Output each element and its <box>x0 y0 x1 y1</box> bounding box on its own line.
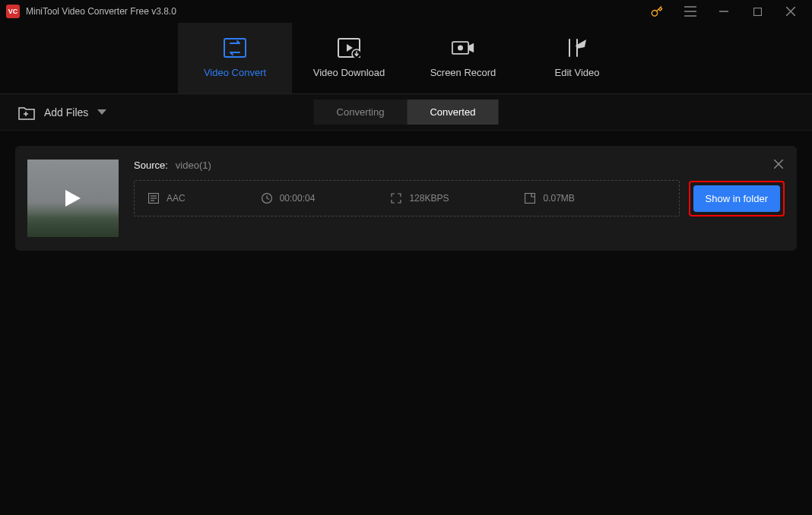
title-bar-left: VC MiniTool Video Converter Free v3.8.0 <box>6 5 176 18</box>
add-file-icon <box>18 105 35 120</box>
app-title: MiniTool Video Converter Free v3.8.0 <box>26 6 176 17</box>
show-in-folder-button[interactable]: Show in folder <box>693 185 780 212</box>
bitrate-value: 128KBPS <box>409 193 449 204</box>
clock-icon <box>262 193 272 204</box>
duration-value: 00:00:04 <box>280 193 316 204</box>
app-logo: VC <box>6 5 20 18</box>
tab-video-download[interactable]: Video Download <box>292 23 406 93</box>
svg-point-12 <box>458 45 463 50</box>
video-thumbnail[interactable] <box>27 160 119 237</box>
source-value: video(1) <box>176 160 211 171</box>
menu-icon[interactable] <box>675 1 706 22</box>
source-label: Source: <box>134 160 168 171</box>
svg-marker-15 <box>97 109 106 115</box>
maximize-button[interactable] <box>742 1 772 22</box>
tab-label: Screen Record <box>430 67 496 78</box>
tab-label: Video Convert <box>204 67 266 78</box>
status-segmented: Converting Converted <box>314 100 499 125</box>
tab-label: Video Download <box>313 67 385 78</box>
minimize-button[interactable] <box>709 1 739 22</box>
tab-screen-record[interactable]: Screen Record <box>406 23 520 93</box>
tab-video-convert[interactable]: Video Convert <box>178 23 292 93</box>
source-row: Source: video(1) <box>134 160 785 171</box>
info-box: AAC 00:00:04 128KBPS 0.07MB <box>134 180 680 216</box>
add-files-label: Add Files <box>44 106 88 118</box>
card-body: Source: video(1) AAC 00:00:04 128KBPS <box>134 160 785 237</box>
format-value: AAC <box>167 193 186 204</box>
tab-label: Edit Video <box>554 67 599 78</box>
info-size: 0.07MB <box>525 193 574 204</box>
title-bar: VC MiniTool Video Converter Free v3.8.0 <box>0 0 812 23</box>
screen-record-icon <box>452 38 474 58</box>
chevron-down-icon <box>97 109 106 115</box>
remove-item-button[interactable] <box>771 156 786 172</box>
info-format: AAC <box>148 193 186 204</box>
close-icon <box>774 160 783 169</box>
converted-item-card: Source: video(1) AAC 00:00:04 128KBPS <box>15 146 797 251</box>
svg-marker-16 <box>65 190 81 207</box>
show-in-folder-highlight: Show in folder <box>689 181 785 216</box>
size-value: 0.07MB <box>543 193 574 204</box>
segment-converting[interactable]: Converting <box>314 100 408 125</box>
info-bitrate: 128KBPS <box>391 193 449 204</box>
resolution-icon <box>391 193 401 204</box>
add-files-button[interactable]: Add Files <box>18 105 106 120</box>
tab-edit-video[interactable]: Edit Video <box>520 23 634 93</box>
video-download-icon <box>338 38 360 58</box>
play-icon <box>65 190 81 207</box>
edit-video-icon <box>566 38 588 58</box>
svg-rect-4 <box>753 8 761 15</box>
svg-marker-9 <box>347 44 353 52</box>
info-row: AAC 00:00:04 128KBPS 0.07MB <box>134 180 785 216</box>
close-button[interactable] <box>776 1 806 22</box>
title-bar-right <box>642 1 806 22</box>
info-duration: 00:00:04 <box>262 193 316 204</box>
svg-rect-7 <box>224 39 246 57</box>
content-area: Source: video(1) AAC 00:00:04 128KBPS <box>0 131 812 266</box>
svg-rect-22 <box>525 194 535 204</box>
key-icon[interactable] <box>642 1 672 22</box>
disk-icon <box>525 193 535 204</box>
video-convert-icon <box>224 38 246 58</box>
segment-converted[interactable]: Converted <box>407 100 498 125</box>
format-icon <box>148 193 159 204</box>
toolbar: Add Files Converting Converted <box>0 94 812 131</box>
nav-tabs: Video Convert Video Download Screen Reco… <box>0 23 812 94</box>
